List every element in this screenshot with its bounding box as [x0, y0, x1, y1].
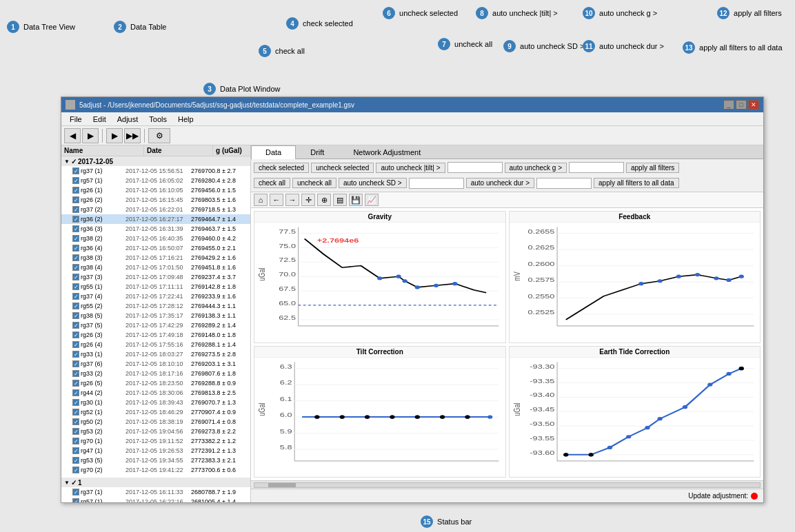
tree-checkbox[interactable]: ✓: [72, 370, 79, 377]
list-item[interactable]: ✓ rg55 (1) 2017-12-05 17:11:11 2769142.8…: [61, 282, 250, 291]
tree-checkbox[interactable]: ✓: [72, 489, 79, 495]
tree-checkbox[interactable]: ✓: [72, 196, 79, 203]
tree-checkbox[interactable]: ✓: [72, 245, 79, 252]
list-item[interactable]: ✓ rg26 (1) 2017-12-05 16:10:05 2769456.0…: [61, 185, 250, 195]
list-item[interactable]: ✓ rg53 (2) 2017-12-05 19:04:56 2769273.8…: [61, 427, 250, 436]
menu-file[interactable]: File: [64, 112, 88, 125]
tree-checkbox[interactable]: ✓: [72, 447, 79, 454]
menu-tools[interactable]: Tools: [143, 112, 172, 125]
list-item[interactable]: ✓ rg38 (2) 2017-12-05 16:40:35 2769460.0…: [61, 234, 250, 243]
tree-checkbox[interactable]: ✓: [72, 283, 79, 290]
tree-checkbox[interactable]: ✓: [72, 380, 79, 387]
tree-group-2017[interactable]: ▼ ✓ 2017-12-05: [61, 156, 250, 166]
forward-plot-button[interactable]: →: [285, 194, 299, 206]
auto-uncheck-sd-button[interactable]: auto uncheck SD >: [339, 178, 407, 188]
list-item[interactable]: ✓ rg37 (2) 2017-12-05 16:22:01 2769718.5…: [61, 205, 250, 214]
list-item[interactable]: ✓ rg36 (4) 2017-12-05 16:50:07 2769455.0…: [61, 243, 250, 253]
tree-checkbox[interactable]: ✓: [72, 409, 79, 416]
auto-uncheck-g-button[interactable]: auto uncheck g >: [505, 163, 567, 173]
list-item[interactable]: ✓ rg70 (1) 2017-12-05 19:11:52 2773382.2…: [61, 436, 250, 446]
list-item[interactable]: ✓ rg38 (4) 2017-12-05 17:01:50 2769451.8…: [61, 263, 250, 272]
check-all-button[interactable]: check all: [254, 178, 290, 188]
tree-checkbox[interactable]: ✓: [72, 399, 79, 406]
tree-checkbox[interactable]: ✓: [72, 360, 79, 367]
tab-network[interactable]: Network Adjustment: [339, 145, 435, 158]
list-item[interactable]: ✓ rg37 (1) 2017-12-05 15:56:51 2769700.8…: [61, 166, 250, 176]
tree-checkbox[interactable]: ✓: [72, 293, 79, 300]
tree-checkbox[interactable]: ✓: [72, 167, 79, 174]
list-item[interactable]: ✓ rg33 (2) 2017-12-05 18:17:16 2769807.6…: [61, 369, 250, 378]
list-item[interactable]: ✓ rg37 (6) 2017-12-05 18:10:10 2769203.1…: [61, 359, 250, 369]
list-item[interactable]: ✓ rg53 (5) 2017-12-05 19:34:55 2772383.3…: [61, 456, 250, 465]
chart-type-button[interactable]: 📈: [365, 194, 379, 206]
tree-checkbox[interactable]: ✓: [72, 235, 79, 242]
tree-checkbox[interactable]: ✓: [72, 312, 79, 319]
scroll-thumb[interactable]: [268, 483, 296, 487]
tree-checkbox[interactable]: ✓: [72, 438, 79, 444]
sd-threshold-input[interactable]: [409, 178, 464, 189]
tree-checkbox[interactable]: ✓: [72, 428, 79, 435]
tree-checkbox[interactable]: ✓: [72, 351, 79, 358]
close-button[interactable]: ✕: [748, 100, 759, 110]
run-button[interactable]: ▶: [106, 128, 123, 143]
back-plot-button[interactable]: ←: [270, 194, 283, 206]
auto-uncheck-tilt-button[interactable]: auto uncheck |tilt| >: [376, 163, 445, 173]
tree-checkbox[interactable]: ✓: [72, 264, 79, 271]
tree-area[interactable]: ▼ ✓ 2017-12-05 ✓ rg37 (1) 2017-12-05 15:…: [61, 156, 250, 502]
list-item[interactable]: ✓ rg38 (5) 2017-12-05 17:35:17 2769138.3…: [61, 311, 250, 320]
list-item[interactable]: ✓ rg55 (2) 2017-12-05 17:28:12 2769444.3…: [61, 301, 250, 311]
tree-checkbox[interactable]: ✓: [72, 389, 79, 396]
back-button[interactable]: ◀: [64, 128, 81, 143]
save-plot-button[interactable]: 💾: [349, 194, 363, 206]
list-item[interactable]: ✓ rg37 (4) 2017-12-05 17:22:41 2769233.9…: [61, 291, 250, 301]
tree-checkbox[interactable]: ✓: [72, 216, 79, 223]
list-item[interactable]: ✓ rg30 (1) 2017-12-05 18:39:43 2769070.7…: [61, 398, 250, 407]
tree-checkbox[interactable]: ✓: [72, 498, 79, 502]
list-item[interactable]: ✓ rg33 (1) 2017-12-05 18:03:27 2769273.5…: [61, 349, 250, 359]
forward-button[interactable]: ▶: [82, 128, 99, 143]
list-item[interactable]: ✓ rg36 (2) 2017-12-05 16:27:17 2769464.7…: [61, 214, 250, 224]
run-all-button[interactable]: ▶▶: [124, 128, 141, 143]
menu-edit[interactable]: Edit: [88, 112, 112, 125]
tree-checkbox[interactable]: ✓: [72, 331, 79, 338]
tree-checkbox[interactable]: ✓: [72, 177, 79, 184]
tree-checkbox[interactable]: ✓: [72, 322, 79, 329]
tab-drift[interactable]: Drift: [296, 145, 339, 158]
maximize-button[interactable]: □: [736, 100, 747, 110]
list-item[interactable]: ✓ rg52 (1) 2017-12-05 18:46:29 2770907.4…: [61, 407, 250, 417]
configure-button[interactable]: ▤: [333, 194, 347, 206]
apply-all-filters-button[interactable]: apply all filters: [626, 163, 679, 173]
list-item[interactable]: ✓ rg50 (2) 2017-12-05 18:38:19 2769071.4…: [61, 417, 250, 427]
tilt-threshold-input[interactable]: [447, 162, 503, 173]
pan-button[interactable]: ✛: [301, 194, 315, 206]
tools-button[interactable]: ⚙: [148, 128, 170, 143]
list-item[interactable]: ✓ rg57 (1) 2017-12-05 16:22:16 2681005.4…: [61, 497, 250, 502]
tree-checkbox[interactable]: ✓: [72, 206, 79, 213]
menu-help[interactable]: Help: [172, 112, 199, 125]
zoom-button[interactable]: ⊕: [317, 194, 331, 206]
home-button[interactable]: ⌂: [254, 194, 268, 206]
tree-checkbox[interactable]: ✓: [72, 303, 79, 309]
tree-checkbox[interactable]: ✓: [72, 274, 79, 280]
menu-adjust[interactable]: Adjust: [112, 112, 144, 125]
tree-group-2[interactable]: ▼ ✓ 1: [61, 478, 250, 487]
list-item[interactable]: ✓ rg37 (3) 2017-12-05 17:09:48 2769237.4…: [61, 272, 250, 282]
list-item[interactable]: ✓ rg44 (2) 2017-12-05 18:30:06 2769813.8…: [61, 388, 250, 398]
tree-checkbox[interactable]: ✓: [72, 341, 79, 348]
tree-checkbox[interactable]: ✓: [72, 467, 79, 473]
uncheck-all-button[interactable]: uncheck all: [292, 178, 336, 188]
minimize-button[interactable]: _: [723, 100, 734, 110]
horizontal-scrollbar[interactable]: [251, 480, 763, 489]
list-item[interactable]: ✓ rg26 (2) 2017-12-05 16:15:45 2769803.5…: [61, 195, 250, 205]
apply-filters-all-button[interactable]: apply all filters to all data: [594, 178, 679, 188]
tree-checkbox[interactable]: ✓: [72, 187, 79, 194]
list-item[interactable]: ✓ rg36 (3) 2017-12-05 16:31:39 2769463.7…: [61, 224, 250, 234]
list-item[interactable]: ✓ rg26 (4) 2017-12-05 17:55:16 2769288.1…: [61, 340, 250, 349]
list-item[interactable]: ✓ rg47 (1) 2017-12-05 19:26:53 2772391.2…: [61, 446, 250, 456]
check-selected-button[interactable]: check selected: [254, 163, 309, 173]
list-item[interactable]: ✓ rg26 (5) 2017-12-05 18:23:50 2769288.8…: [61, 378, 250, 388]
dur-threshold-input[interactable]: [536, 178, 592, 189]
auto-uncheck-dur-button[interactable]: auto uncheck dur >: [466, 178, 534, 188]
tree-checkbox[interactable]: ✓: [72, 418, 79, 425]
list-item[interactable]: ✓ rg26 (3) 2017-12-05 17:49:18 2769148.0…: [61, 330, 250, 340]
